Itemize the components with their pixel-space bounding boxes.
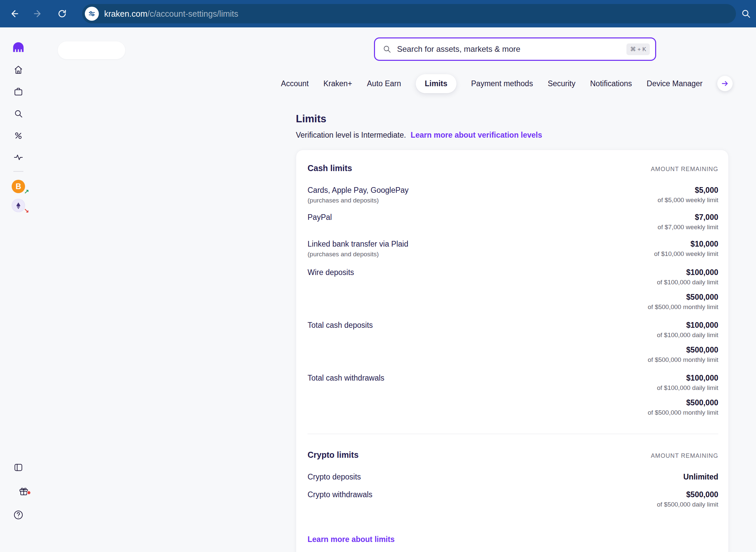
amount-block: $100,000 of $100,000 daily limit [648, 268, 718, 286]
ethereum-asset-icon[interactable]: ↘ [12, 199, 25, 212]
tab-device-manager[interactable]: Device Manager [647, 79, 703, 88]
sidebar: B↗ ↘ [0, 27, 37, 552]
limit-label: Crypto deposits [308, 472, 361, 481]
limit-label: Cards, Apple Pay, GooglePay [308, 186, 409, 195]
home-icon[interactable] [13, 64, 24, 75]
amount-value: $7,000 [657, 213, 718, 222]
search-icon [382, 44, 392, 54]
amount-block: $500,000 of $500,000 monthly limit [648, 346, 718, 364]
limit-row-plaid: Linked bank transfer via Plaid (purchase… [308, 240, 718, 258]
browser-back-icon[interactable] [9, 8, 19, 19]
browser-forward-icon[interactable] [33, 8, 43, 19]
tab-notifications[interactable]: Notifications [590, 79, 632, 88]
amount-caption: of $100,000 daily limit [648, 331, 718, 339]
collapse-panel-icon[interactable] [13, 462, 24, 473]
tab-account[interactable]: Account [281, 79, 309, 88]
crypto-limits-header: Crypto limits AMOUNT REMAINING [308, 450, 718, 460]
tab-auto-earn[interactable]: Auto Earn [367, 79, 401, 88]
verification-levels-link[interactable]: Learn more about verification levels [411, 131, 542, 140]
limit-label: PayPal [308, 213, 332, 222]
amount-value: $100,000 [648, 374, 718, 383]
amount-value: $100,000 [648, 268, 718, 277]
main-content: ⌘ + K Account Kraken+ Auto Earn Limits P… [37, 27, 756, 552]
portfolio-icon[interactable] [13, 86, 24, 97]
browser-toolbar: kraken.com/c/account-settings/limits [0, 0, 756, 27]
percent-icon[interactable] [13, 130, 24, 141]
kraken-logo[interactable] [12, 41, 24, 53]
amount-caption: of $500,000 daily limit [657, 501, 718, 508]
site-settings-icon[interactable] [85, 7, 99, 21]
amount-value: $500,000 [648, 293, 718, 302]
amount-caption: of $5,000 weekly limit [657, 196, 718, 204]
browser-reload-icon[interactable] [57, 8, 67, 19]
limit-label: Total cash withdrawals [308, 374, 384, 383]
arrow-right-icon [721, 80, 729, 88]
notification-dot [27, 491, 31, 495]
sidebar-divider [13, 171, 23, 172]
price-up-arrow-icon: ↗ [24, 188, 29, 194]
amount-block: $500,000 of $500,000 monthly limit [648, 293, 718, 311]
global-search-bar[interactable]: ⌘ + K [374, 37, 656, 61]
amount-value: Unlimited [683, 472, 718, 481]
amount-remaining-header: AMOUNT REMAINING [651, 166, 718, 173]
limit-row-cards: Cards, Apple Pay, GooglePay (purchases a… [308, 186, 718, 204]
limit-sublabel: (purchases and deposits) [308, 197, 409, 204]
url-text: kraken.com/c/account-settings/limits [104, 9, 238, 19]
limit-sublabel: (purchases and deposits) [308, 251, 408, 258]
amount-caption: of $500,000 monthly limit [648, 409, 718, 416]
search-icon[interactable] [13, 108, 24, 119]
keyboard-shortcut-badge: ⌘ + K [626, 43, 650, 55]
amount-value: $500,000 [648, 398, 718, 407]
amount-block: $10,000 of $10,000 weekly limit [654, 240, 718, 258]
limit-row-crypto-deposits: Crypto deposits Unlimited [308, 472, 718, 481]
account-placeholder [58, 41, 125, 59]
amount-caption: of $500,000 monthly limit [648, 303, 718, 311]
amount-block: Unlimited [683, 472, 718, 481]
amount-caption: of $500,000 monthly limit [648, 356, 718, 364]
learn-more-limits-link[interactable]: Learn more about limits [308, 535, 395, 544]
amount-block: $500,000 of $500,000 monthly limit [648, 398, 718, 416]
page-title: Limits [296, 113, 729, 125]
tab-security[interactable]: Security [548, 79, 575, 88]
limit-row-crypto-withdrawals: Crypto withdrawals $500,000 of $500,000 … [308, 490, 718, 508]
limit-label: Total cash deposits [308, 321, 373, 330]
address-bar[interactable]: kraken.com/c/account-settings/limits [82, 4, 736, 23]
amount-caption: of $100,000 daily limit [648, 279, 718, 286]
help-icon[interactable] [13, 510, 24, 520]
amount-caption: of $100,000 daily limit [648, 384, 718, 392]
amount-block: $5,000 of $5,000 weekly limit [657, 186, 718, 204]
bitcoin-symbol: B [16, 183, 21, 190]
limits-page: Limits Verification level is Intermediat… [296, 113, 729, 552]
bitcoin-asset-icon[interactable]: B↗ [12, 180, 25, 193]
limit-label: Wire deposits [308, 268, 354, 277]
crypto-limits-title: Crypto limits [308, 450, 359, 460]
verification-text: Verification level is Intermediate. [296, 131, 406, 140]
amount-block: $100,000 of $100,000 daily limit [648, 321, 718, 339]
amount-value: $500,000 [648, 346, 718, 355]
amount-block: $500,000 of $500,000 daily limit [657, 490, 718, 508]
browser-search-icon[interactable] [741, 8, 751, 19]
limit-row-paypal: PayPal $7,000 of $7,000 weekly limit [308, 213, 718, 231]
limits-card: Cash limits AMOUNT REMAINING Cards, Appl… [296, 150, 729, 552]
tabs-scroll-right-button[interactable] [717, 76, 733, 91]
amount-block: $7,000 of $7,000 weekly limit [657, 213, 718, 231]
gift-icon[interactable] [18, 492, 29, 498]
limit-row-wire-deposits: Wire deposits $100,000 of $100,000 daily… [308, 268, 718, 311]
tab-limits[interactable]: Limits [416, 74, 456, 93]
price-down-arrow-icon: ↘ [24, 208, 29, 214]
url-domain: kraken.com [104, 9, 147, 18]
limit-row-total-deposits: Total cash deposits $100,000 of $100,000… [308, 321, 718, 364]
limit-row-total-withdrawals: Total cash withdrawals $100,000 of $100,… [308, 374, 718, 416]
activity-icon[interactable] [13, 152, 24, 163]
tab-kraken-plus[interactable]: Kraken+ [323, 79, 352, 88]
tab-payment-methods[interactable]: Payment methods [471, 79, 533, 88]
settings-tabs: Account Kraken+ Auto Earn Limits Payment… [281, 73, 733, 94]
cash-limits-header: Cash limits AMOUNT REMAINING [308, 163, 718, 173]
url-path: /c/account-settings/limits [147, 9, 238, 18]
amount-value: $500,000 [657, 490, 718, 499]
amount-block: $100,000 of $100,000 daily limit [648, 374, 718, 392]
limit-label: Crypto withdrawals [308, 490, 372, 499]
search-input[interactable] [396, 44, 626, 54]
verification-line: Verification level is Intermediate. Lear… [296, 131, 729, 140]
cash-limits-title: Cash limits [308, 163, 352, 173]
